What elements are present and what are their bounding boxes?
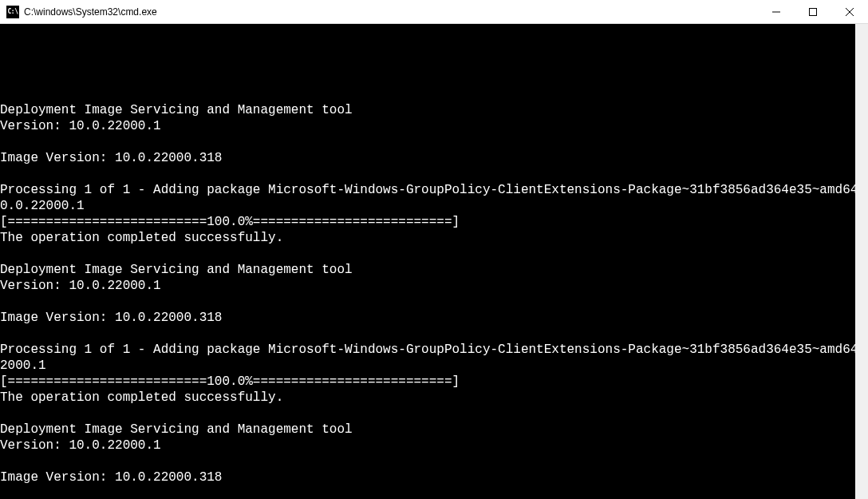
terminal-line [0, 294, 855, 310]
terminal-line: Deployment Image Servicing and Managemen… [0, 422, 855, 438]
terminal-line [0, 134, 855, 150]
close-button[interactable] [831, 0, 868, 24]
window-title: C:\windows\System32\cmd.exe [24, 6, 758, 18]
scrollbar-thumb[interactable] [855, 48, 868, 96]
terminal-line: [==========================100.0%=======… [0, 214, 855, 230]
terminal-output[interactable]: Deployment Image Servicing and Managemen… [0, 24, 868, 499]
terminal-line: The operation completed successfully. [0, 390, 855, 406]
terminal-line [0, 166, 855, 182]
terminal-line [0, 86, 855, 102]
terminal-line [0, 406, 855, 422]
window-controls [758, 0, 868, 23]
terminal-line: Processing 1 of 1 - Adding package Micro… [0, 342, 855, 358]
terminal-line: 2000.1 [0, 358, 855, 374]
terminal-line: Image Version: 10.0.22000.318 [0, 469, 855, 485]
terminal-line: Version: 10.0.22000.1 [0, 278, 855, 294]
svg-rect-1 [810, 9, 817, 16]
terminal-line: Version: 10.0.22000.1 [0, 438, 855, 453]
terminal-line: Deployment Image Servicing and Managemen… [0, 262, 855, 278]
terminal-line [0, 246, 855, 262]
minimize-button[interactable] [758, 0, 795, 24]
maximize-button[interactable] [795, 0, 831, 24]
terminal-line: Image Version: 10.0.22000.318 [0, 150, 855, 166]
terminal-line: [==========================100.0%=======… [0, 374, 855, 390]
terminal-line [0, 453, 855, 469]
terminal-line [0, 485, 855, 499]
terminal-line: The operation completed successfully. [0, 230, 855, 246]
terminal-line [0, 326, 855, 342]
terminal-line: Deployment Image Servicing and Managemen… [0, 102, 855, 118]
terminal-line: 0.0.22000.1 [0, 198, 855, 214]
terminal-line: Processing 1 of 1 - Adding package Micro… [0, 182, 855, 198]
cmd-icon: C:\ [6, 6, 19, 18]
terminal-line: Image Version: 10.0.22000.318 [0, 310, 855, 326]
terminal-line: Version: 10.0.22000.1 [0, 118, 855, 134]
titlebar[interactable]: C:\ C:\windows\System32\cmd.exe [0, 0, 868, 24]
cmd-window: C:\ C:\windows\System32\cmd.exe Deployme… [0, 0, 868, 499]
